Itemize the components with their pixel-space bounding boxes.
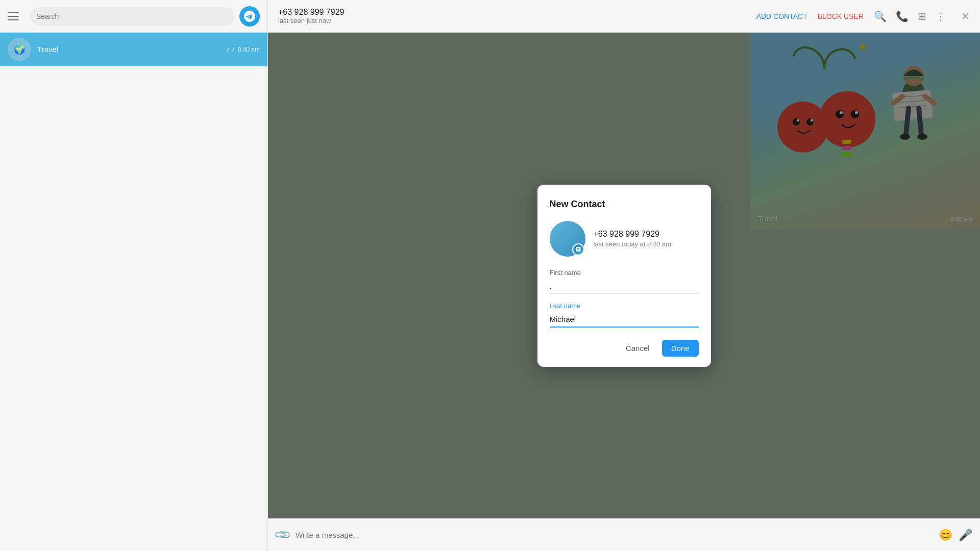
contact-preview: +63 928 999 7929 last seen today at 8:40… bbox=[550, 221, 699, 257]
mic-icon[interactable]: 🎤 bbox=[959, 529, 972, 542]
block-user-button[interactable]: BLOCK USER bbox=[818, 12, 864, 20]
camera-badge[interactable] bbox=[572, 243, 584, 256]
toolbar-icons: 🔍 📞 ⊞ ⋮ bbox=[874, 10, 946, 22]
cancel-button[interactable]: Cancel bbox=[620, 340, 656, 357]
first-name-input[interactable] bbox=[550, 279, 699, 294]
phone-icon[interactable]: 📞 bbox=[896, 10, 909, 22]
done-button[interactable]: Done bbox=[662, 340, 699, 357]
chat-time-travel: ✓✓ 8:40 am bbox=[226, 46, 260, 53]
chat-background: ✦ bbox=[268, 33, 980, 518]
telegram-logo bbox=[239, 6, 260, 27]
more-icon[interactable]: ⋮ bbox=[936, 10, 946, 22]
attach-icon[interactable]: 📎 bbox=[273, 525, 292, 544]
check-icon: ✓✓ bbox=[226, 46, 236, 53]
menu-icon[interactable] bbox=[8, 8, 24, 24]
new-contact-dialog: New Contact +63 928 999 7929 last seen t… bbox=[537, 185, 711, 367]
first-name-group: First name bbox=[550, 269, 699, 294]
modal-backdrop: New Contact +63 928 999 7929 last seen t… bbox=[268, 33, 980, 518]
sidebar: 🌍 Travel ✓✓ 8:40 am bbox=[0, 0, 268, 551]
chat-input-area: 📎 😊 🎤 bbox=[268, 518, 980, 551]
chat-name-travel: Travel bbox=[37, 45, 226, 54]
contact-avatar[interactable] bbox=[550, 221, 585, 257]
emoji-icon[interactable]: 😊 bbox=[939, 529, 952, 542]
dialog-title: New Contact bbox=[550, 199, 699, 210]
columns-icon[interactable]: ⊞ bbox=[918, 10, 926, 22]
last-name-label: Last name bbox=[550, 302, 699, 310]
search-icon[interactable]: 🔍 bbox=[874, 10, 887, 22]
chat-header-phone: +63 928 999 7929 bbox=[278, 8, 344, 17]
chat-avatar-travel: 🌍 bbox=[8, 38, 31, 61]
search-box[interactable] bbox=[30, 7, 234, 26]
message-input[interactable] bbox=[296, 531, 933, 539]
chat-list-item-travel[interactable]: 🌍 Travel ✓✓ 8:40 am bbox=[0, 33, 267, 66]
sidebar-header bbox=[0, 0, 267, 33]
last-name-group: Last name bbox=[550, 302, 699, 328]
app-container: 🌍 Travel ✓✓ 8:40 am +63 928 999 7929 las… bbox=[0, 0, 980, 551]
dialog-buttons: Cancel Done bbox=[550, 340, 699, 357]
contact-last-seen: last seen today at 8:40 am bbox=[594, 240, 671, 248]
close-button[interactable]: ✕ bbox=[961, 10, 970, 22]
main-content: +63 928 999 7929 last seen just now ADD … bbox=[268, 0, 980, 551]
contact-phone: +63 928 999 7929 bbox=[594, 230, 671, 239]
search-input[interactable] bbox=[36, 12, 228, 20]
first-name-label: First name bbox=[550, 269, 699, 277]
chat-header: +63 928 999 7929 last seen just now ADD … bbox=[268, 0, 980, 33]
last-name-input[interactable] bbox=[550, 312, 699, 328]
chat-header-status: last seen just now bbox=[278, 17, 344, 24]
add-contact-button[interactable]: ADD CONTACT bbox=[756, 12, 807, 20]
